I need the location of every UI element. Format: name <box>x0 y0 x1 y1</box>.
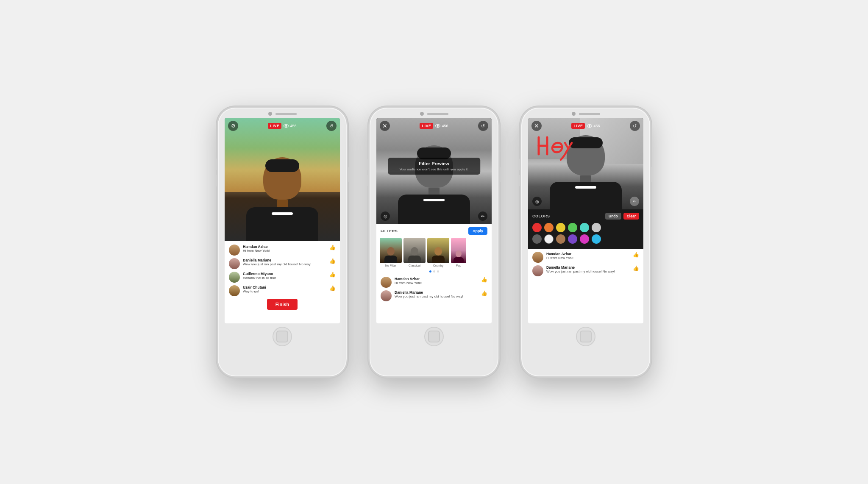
color-swatch-light-gray[interactable] <box>592 223 601 232</box>
pagination-dot <box>437 270 439 273</box>
like-icon[interactable]: 👍 <box>329 258 336 264</box>
phone-2: ✕ LIVE 456 ↺ Filter Preview Your audienc… <box>368 106 500 378</box>
power-button[interactable] <box>347 167 349 182</box>
filter-option-country[interactable]: Country <box>427 238 449 267</box>
earpiece-speaker <box>427 113 448 115</box>
like-icon[interactable]: 👍 <box>329 245 336 250</box>
comment-text: Way to go! <box>243 289 326 294</box>
pen-active-icon[interactable]: ✏ <box>630 197 639 206</box>
like-icon[interactable]: 👍 <box>633 265 639 271</box>
filter-preview-subtitle: Your audience won't see this until you a… <box>394 167 474 171</box>
clear-button[interactable]: Clear <box>623 213 639 220</box>
color-swatch-teal[interactable] <box>580 223 589 232</box>
comment-item: Daniella Mariane Wow you just ran past m… <box>229 258 336 269</box>
color-swatch-orange[interactable] <box>544 223 554 232</box>
home-button-2[interactable] <box>424 327 444 346</box>
like-icon[interactable]: 👍 <box>633 252 639 258</box>
filter-option-classical[interactable]: Classical <box>403 238 426 267</box>
finish-button[interactable]: Finish <box>267 299 298 310</box>
front-camera <box>268 112 272 116</box>
colors-label: COLORS <box>532 214 550 218</box>
comment-name: Daniella Mariane <box>546 265 629 270</box>
filter-thumbnails: No Filter Classical <box>376 238 492 270</box>
color-swatches-row-2 <box>532 234 639 244</box>
comment-name: Hamdan Azhar <box>243 245 326 249</box>
comments-section-2: Hamdan Azhar Hi from New York! 👍 Daniell… <box>376 274 492 306</box>
colors-panel: COLORS Undo Clear <box>528 209 643 249</box>
phone-2-screen: ✕ LIVE 456 ↺ Filter Preview Your audienc… <box>376 118 492 323</box>
comment-text: Wow you just ran past my old house! No w… <box>243 262 326 267</box>
camera-icon[interactable]: ◎ <box>532 197 542 206</box>
filter-preview-title: Filter Preview <box>394 161 474 166</box>
eye-icon-1 <box>284 124 289 128</box>
front-camera <box>420 112 424 116</box>
apply-filter-button[interactable]: Apply <box>468 227 487 235</box>
phone-top-bar <box>218 108 347 118</box>
video-controls-top-1: ⚙ LIVE 456 ↺ <box>225 121 340 131</box>
color-swatch-purple[interactable] <box>568 234 577 244</box>
comment-item: Daniella Mariane Wow you just ran past m… <box>532 265 639 276</box>
filters-panel: FILTERS Apply <box>376 224 492 274</box>
filter-option-pop[interactable]: Pop <box>451 238 466 267</box>
flip-camera-button-1[interactable]: ↺ <box>326 121 337 131</box>
phone-top-bar <box>521 108 650 118</box>
comment-avatar <box>532 252 543 263</box>
home-button-1[interactable] <box>273 327 292 346</box>
comment-text: Wow you just ran past my old house! No w… <box>546 270 629 274</box>
phones-container: ⚙ LIVE 456 ↺ <box>200 89 668 395</box>
close-button-3[interactable]: ✕ <box>531 121 542 131</box>
video-controls-bottom-3: ◎ ✏ <box>528 197 643 206</box>
color-swatch-blue[interactable] <box>592 234 601 244</box>
comment-text: Hi from New York! <box>395 281 477 285</box>
comment-name: Guillermo Miyano <box>243 272 326 276</box>
color-swatch-white[interactable] <box>544 234 554 244</box>
comment-name: Daniella Mariane <box>243 258 326 262</box>
color-swatch-dark-gray[interactable] <box>532 234 542 244</box>
power-button[interactable] <box>499 167 501 182</box>
video-area-3: ✕ LIVE 456 ↺ ◎ ✏ <box>528 118 643 209</box>
comment-item: Hamdan Azhar Hi from New York! 👍 <box>532 252 639 263</box>
pagination-dot <box>433 270 435 273</box>
video-area-2: ✕ LIVE 456 ↺ Filter Preview Your audienc… <box>376 118 492 224</box>
color-swatch-yellow[interactable] <box>556 223 565 232</box>
comments-section-1: Hamdan Azhar Hi from New York! 👍 Daniell… <box>225 241 340 316</box>
color-swatch-pink[interactable] <box>580 234 589 244</box>
live-video-1 <box>225 118 340 241</box>
phone-top-bar <box>370 108 498 118</box>
filter-pagination-dots <box>376 270 492 274</box>
view-count-2: 456 <box>435 124 448 128</box>
color-swatch-green[interactable] <box>568 223 577 232</box>
volume-down-button[interactable] <box>216 175 217 186</box>
flip-camera-button-2[interactable]: ↺ <box>478 121 488 131</box>
filter-option-no-filter[interactable]: No Filter <box>380 238 402 267</box>
volume-up-button[interactable] <box>367 159 369 170</box>
color-swatch-brown[interactable] <box>556 234 565 244</box>
color-swatch-red[interactable] <box>532 223 542 232</box>
settings-button-1[interactable]: ⚙ <box>228 121 238 131</box>
like-icon[interactable]: 👍 <box>329 272 336 278</box>
like-icon[interactable]: 👍 <box>481 277 487 283</box>
volume-down-button[interactable] <box>519 175 521 186</box>
pen-icon[interactable]: ✏ <box>478 211 487 221</box>
undo-button[interactable]: Undo <box>605 213 621 220</box>
flip-camera-button-3[interactable]: ↺ <box>630 121 640 131</box>
eye-icon-2 <box>435 124 440 128</box>
comment-name: Daniella Mariane <box>395 290 477 295</box>
power-button[interactable] <box>651 167 652 182</box>
earpiece-speaker <box>275 113 297 115</box>
like-icon[interactable]: 👍 <box>481 290 487 296</box>
comment-text: Hi from New York! <box>546 256 629 260</box>
filter-name: Pop <box>456 264 461 267</box>
comment-avatar <box>229 285 240 296</box>
comment-avatar <box>381 290 392 301</box>
home-button-3[interactable] <box>576 327 595 346</box>
volume-up-button[interactable] <box>216 159 217 170</box>
comment-avatar <box>229 258 240 269</box>
filter-name: Classical <box>409 264 420 267</box>
close-button-2[interactable]: ✕ <box>380 121 390 131</box>
volume-up-button[interactable] <box>519 159 521 170</box>
volume-down-button[interactable] <box>367 175 369 186</box>
comment-text: Hi from New York! <box>243 249 326 253</box>
like-icon[interactable]: 👍 <box>329 285 336 291</box>
camera-icon[interactable]: ◎ <box>381 211 390 221</box>
